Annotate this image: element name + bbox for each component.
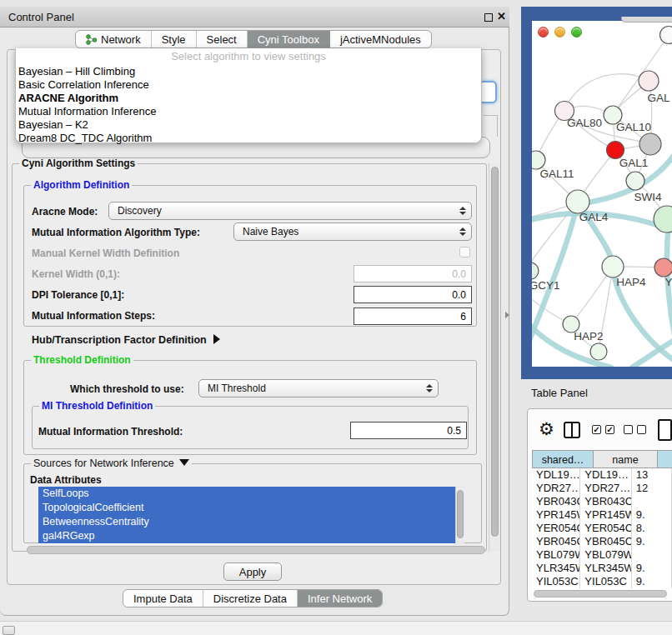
table-cell: 13 [632,468,672,482]
combo-stepper-icon [459,228,466,236]
network-edge [667,224,672,354]
scrollbar-thumb[interactable] [534,590,667,598]
table-cell [632,548,672,562]
tab-select[interactable]: Select [197,31,248,48]
table-cell: 9. [632,508,672,522]
mi-threshold-field[interactable]: 0.5 [350,422,467,439]
table-row[interactable]: YLR345WYLR345W9. [532,562,672,575]
gear-icon[interactable]: ⚙ [539,421,554,438]
mini-panel-button[interactable] [3,626,15,635]
threshold-definition-title: Threshold Definition [31,354,133,366]
which-threshold-combo[interactable]: MI Threshold [198,379,439,398]
table-cell: 9. [632,575,672,588]
network-view[interactable]: GALGAL80GAL10GAL1GAL11SWI4GAL4HAP4YGCY1H… [532,21,672,367]
table-row[interactable]: YER054CYER054C8. [532,522,672,535]
checked-checkbox-icon[interactable]: ✓ [592,425,601,434]
tab-style[interactable]: Style [152,31,197,48]
network-node-gal[interactable] [639,71,659,91]
attribute-item-topologicalcoefficient[interactable]: TopologicalCoefficient [38,501,455,515]
table-row[interactable]: YBR045CYBR045C9. [532,535,672,548]
hub-definition-toggle[interactable]: Hub/Transcription Factor Definition [32,334,220,346]
settings-horizontal-scrollbar[interactable] [25,546,489,555]
network-node[interactable] [654,206,672,232]
network-node-swi4[interactable] [626,172,644,190]
split-columns-icon[interactable] [564,422,580,438]
tab-label: Discretize Data [213,592,287,605]
mi-threshold-label: Mutual Information Threshold: [38,426,183,438]
table-cell: YBR043C [532,495,580,508]
network-node-y[interactable] [654,258,672,277]
node-label-gal10: GAL10 [616,121,651,133]
table-cell: 8. [632,522,672,535]
scrollbar-thumb[interactable] [491,167,499,537]
network-node[interactable] [590,343,607,360]
apply-button[interactable]: Apply [223,562,282,581]
checked-checkbox-icon[interactable]: ✓ [605,425,614,434]
tab-cyni-toolbox[interactable]: Cyni Toolbox [248,31,330,48]
node-label-hap4: HAP4 [616,276,646,288]
algorithm-option-bayesian-k2[interactable]: Bayesian – K2 [16,118,481,132]
mi-type-value: Naive Bayes [243,226,298,238]
mac-minimize-icon[interactable] [554,27,565,38]
manual-kernel-checkbox[interactable] [459,247,470,258]
table-row[interactable]: YDL19…YDL19…13 [532,468,672,482]
splitter-collapse-arrow[interactable] [505,312,509,318]
attributes-scrollbar[interactable] [455,487,464,544]
kernel-width-field[interactable]: 0.0 [354,265,472,282]
page-icon[interactable] [658,419,672,441]
algorithm-option-dream8-dc-tdc-algorithm[interactable]: Dream8 DC_TDC Algorithm [16,132,481,145]
network-node-gal11[interactable] [532,151,545,169]
panel-title: Control Panel [8,7,74,28]
table-cell: 9. [632,562,672,575]
unchecked-checkbox-icon[interactable] [624,425,633,434]
table-row[interactable]: YIL053CYIL053C9. [532,575,672,588]
tab-label: Impute Data [133,592,193,605]
mi-threshold-group-title: MI Threshold Definition [39,400,155,412]
tab-label: Infer Network [308,592,372,605]
attribute-item-gal4rgexp[interactable]: gal4RGexp [38,529,455,543]
tab-discretize-data[interactable]: Discretize Data [203,590,298,607]
mac-zoom-icon[interactable] [571,27,582,38]
mac-close-icon[interactable] [538,27,549,38]
attribute-item-betweennesscentrality[interactable]: BetweennessCentrality [38,515,455,529]
algorithm-option-basic-correlation-inference[interactable]: Basic Correlation Inference [16,78,481,92]
settings-vertical-scrollbar[interactable] [489,163,500,552]
network-node[interactable] [660,27,672,44]
control-panel-titlebar[interactable]: Control Panel ✕ [0,7,509,28]
dpi-tolerance-field[interactable]: 0.0 [354,286,472,303]
algorithm-option-mutual-information-inference[interactable]: Mutual Information Inference [16,105,481,118]
table-row[interactable]: YDR27…YDR27…12 [532,482,672,495]
table-cell: YBR045C [532,535,580,548]
sources-group-toggle[interactable]: Sources for Network Inference [31,458,192,469]
algorithm-option-aracne-algorithm[interactable]: ARACNE Algorithm [16,92,481,105]
table-cell: YLR345W [532,562,580,575]
mi-steps-field[interactable]: 6 [354,308,472,325]
table-row[interactable]: YBL079WYBL079W [532,548,672,562]
network-node-hap4[interactable] [602,256,624,278]
tab-jactivemnodules[interactable]: jActiveMNodules [330,31,431,48]
network-graph[interactable]: GALGAL80GAL10GAL1GAL11SWI4GAL4HAP4YGCY1H… [532,21,672,367]
network-node[interactable] [639,133,661,155]
mi-type-combo[interactable]: Naive Bayes [233,222,472,241]
node-label-swi4: SWI4 [634,191,661,203]
tab-network[interactable]: Network [76,31,152,48]
unchecked-checkbox-icon[interactable] [637,425,646,434]
scrollbar-thumb[interactable] [27,546,485,554]
attribute-item-selfloops[interactable]: SelfLoops [38,487,455,501]
tab-infer-network[interactable]: Infer Network [298,590,382,607]
table-row[interactable]: YPR145WYPR145W9. [532,508,672,522]
network-node-gcy1[interactable] [532,262,539,279]
tab-impute-data[interactable]: Impute Data [123,590,203,607]
algorithm-option-bayesian-hill-climbing[interactable]: Bayesian – Hill Climbing [16,65,481,78]
table-row[interactable]: YBR043CYBR043C [532,495,672,508]
scrollbar-thumb[interactable] [457,490,464,538]
aracne-mode-combo[interactable]: Discovery [108,202,472,220]
column-header-a[interactable]: A [657,450,672,468]
column-header-shared[interactable]: shared… [532,450,593,468]
column-header-name[interactable]: name [593,450,657,468]
network-node-gal4[interactable] [566,190,589,213]
close-icon[interactable]: ✕ [497,10,506,22]
table-cell [632,495,672,508]
float-window-icon[interactable] [484,13,493,22]
table-horizontal-scrollbar[interactable] [532,590,670,598]
